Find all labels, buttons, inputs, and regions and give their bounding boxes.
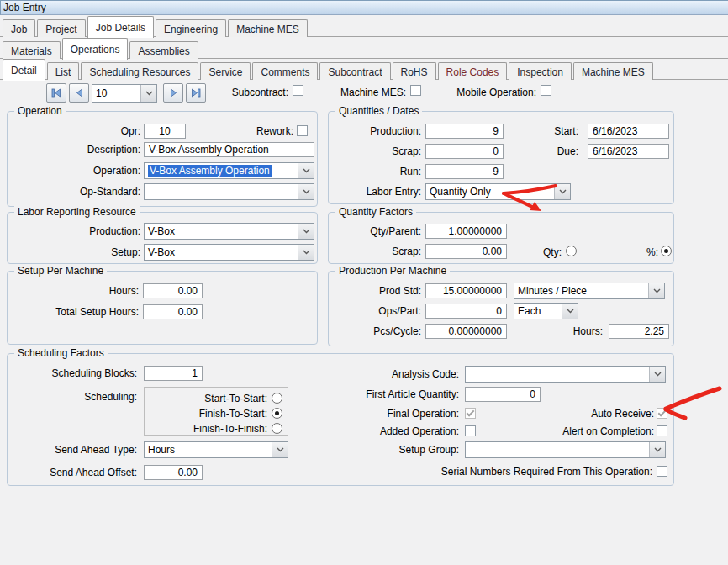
first-article-label: First Article Quantity: <box>291 387 459 402</box>
tab-machine-mes-sub[interactable]: Machine MES <box>573 62 653 80</box>
tab-detail[interactable]: Detail <box>3 59 45 81</box>
run-qty-field[interactable]: 9 <box>425 164 504 179</box>
mobile-operation-flag-checkbox[interactable] <box>541 85 551 96</box>
tab-scheduling-resources[interactable]: Scheduling Resources <box>81 62 198 80</box>
op-standard-combo[interactable] <box>144 183 314 200</box>
description-field[interactable]: V-Box Assembly Operation <box>144 142 314 157</box>
machine-hours-label: Hours: <box>522 324 603 339</box>
alert-on-completion-label: Alert on Completion: <box>486 424 654 439</box>
tabstrip-level1: Job Project Job Details Engineering Mach… <box>0 16 728 37</box>
qty-parent-field[interactable]: 1.00000000 <box>425 224 507 239</box>
tab-subcontract[interactable]: Subcontract <box>319 62 390 80</box>
operation-combo[interactable]: V-Box Assembly Operation <box>144 162 314 179</box>
start-to-start-radio[interactable] <box>272 393 282 404</box>
record-selector-value: 10 <box>92 85 140 102</box>
scrap-qty-field[interactable]: 0 <box>425 144 504 159</box>
final-operation-checkbox[interactable] <box>465 408 476 419</box>
auto-receive-checkbox[interactable] <box>657 408 667 419</box>
scheduling-blocks-field[interactable]: 1 <box>144 366 203 381</box>
analysis-code-combo[interactable] <box>465 366 666 383</box>
prod-std-unit-combo[interactable]: Minutes / Piece <box>514 282 665 299</box>
setup-hours-label: Hours: <box>8 283 139 298</box>
qty-radio[interactable] <box>566 246 577 256</box>
machine-mes-flag-checkbox[interactable] <box>410 85 421 96</box>
alert-on-completion-checkbox[interactable] <box>657 425 667 436</box>
labor-setup-combo[interactable]: V-Box <box>144 244 314 261</box>
subcontract-flag-checkbox[interactable] <box>293 85 303 96</box>
chevron-down-icon <box>653 288 661 293</box>
tabstrip-level3: Detail List Scheduling Resources Service… <box>0 60 728 80</box>
labor-entry-combo-dropdown-button[interactable] <box>554 184 570 199</box>
total-setup-hours-field[interactable]: 0.00 <box>143 304 203 319</box>
mobile-operation-flag-label: Mobile Operation: <box>435 85 536 100</box>
production-per-machine-group-title: Production Per Machine <box>335 265 450 277</box>
op-standard-combo-dropdown-button[interactable] <box>298 184 314 199</box>
auto-receive-label: Auto Receive: <box>486 406 654 421</box>
scheduling-factors-group: Scheduling Factors Scheduling Blocks: 1 … <box>7 353 674 486</box>
labor-setup-dropdown-button[interactable] <box>298 245 314 260</box>
production-qty-label: Production: <box>329 124 421 139</box>
scheduling-blocks-label: Scheduling Blocks: <box>8 366 137 381</box>
next-record-button[interactable] <box>163 83 183 103</box>
operation-combo-dropdown-button[interactable] <box>298 163 314 178</box>
setup-group-combo[interactable] <box>465 441 666 458</box>
last-record-button[interactable] <box>186 83 206 103</box>
serial-numbers-checkbox[interactable] <box>657 466 667 477</box>
analysis-code-dropdown-button[interactable] <box>649 367 665 382</box>
send-ahead-type-label: Send Ahead Type: <box>8 442 137 457</box>
send-ahead-type-dropdown-button[interactable] <box>272 442 288 457</box>
first-record-button[interactable] <box>46 83 66 103</box>
labor-setup-label: Setup: <box>8 245 140 260</box>
setup-group-dropdown-button[interactable] <box>649 442 665 457</box>
setup-hours-field[interactable]: 0.00 <box>143 283 203 298</box>
due-date-field[interactable]: 6/16/2023 <box>588 144 669 159</box>
labor-production-combo[interactable]: V-Box <box>144 223 314 240</box>
send-ahead-type-combo[interactable]: Hours <box>144 441 288 458</box>
tab-inspection[interactable]: Inspection <box>509 62 572 80</box>
ops-part-unit-combo[interactable]: Each <box>514 303 578 319</box>
tab-materials[interactable]: Materials <box>3 41 61 59</box>
rework-checkbox[interactable] <box>297 125 308 136</box>
record-selector[interactable]: 10 <box>92 84 157 103</box>
tab-job-details[interactable]: Job Details <box>87 16 154 38</box>
tab-role-codes[interactable]: Role Codes <box>438 62 508 80</box>
description-label: Description: <box>8 142 140 157</box>
production-qty-field[interactable]: 9 <box>425 124 504 139</box>
start-date-field[interactable]: 6/16/2023 <box>588 124 669 139</box>
chevron-down-icon <box>145 91 153 96</box>
finish-to-finish-radio[interactable] <box>272 423 282 434</box>
tab-list[interactable]: List <box>47 62 80 80</box>
tab-service[interactable]: Service <box>200 62 251 80</box>
pct-radio[interactable] <box>661 246 672 256</box>
prod-std-field[interactable]: 15.00000000 <box>425 283 507 298</box>
record-selector-dropdown-button[interactable] <box>140 85 156 102</box>
tab-operations[interactable]: Operations <box>62 38 129 60</box>
scheduling-label: Scheduling: <box>8 389 137 404</box>
production-per-machine-group: Production Per Machine Prod Std: 15.0000… <box>328 271 674 346</box>
machine-hours-field[interactable]: 2.25 <box>609 324 669 339</box>
first-article-field[interactable]: 0 <box>465 387 541 402</box>
tabstrip-level2: Materials Operations Assemblies <box>0 38 728 59</box>
added-operation-checkbox[interactable] <box>465 425 476 436</box>
ops-part-unit-dropdown-button[interactable] <box>562 304 578 319</box>
ops-part-field[interactable]: 0 <box>425 304 507 319</box>
send-ahead-offset-field[interactable]: 0.00 <box>144 465 203 480</box>
tab-machine-mes[interactable]: Machine MES <box>228 19 308 37</box>
tab-rohs[interactable]: RoHS <box>393 62 436 80</box>
send-ahead-offset-label: Send Ahead Offset: <box>8 465 137 480</box>
tab-comments[interactable]: Comments <box>252 62 318 80</box>
prod-std-label: Prod Std: <box>329 283 421 298</box>
labor-entry-combo[interactable]: Quantity Only <box>425 183 571 200</box>
finish-to-start-radio[interactable] <box>272 408 282 419</box>
next-record-icon <box>170 88 177 98</box>
tab-engineering[interactable]: Engineering <box>156 19 226 37</box>
tab-project[interactable]: Project <box>37 19 85 37</box>
tab-assemblies[interactable]: Assemblies <box>129 41 198 59</box>
prod-std-unit-dropdown-button[interactable] <box>648 283 664 298</box>
tab-job[interactable]: Job <box>3 19 35 37</box>
labor-production-dropdown-button[interactable] <box>298 224 314 239</box>
opr-field[interactable]: 10 <box>144 124 186 139</box>
chevron-down-icon <box>303 229 310 234</box>
previous-record-button[interactable] <box>69 83 89 103</box>
pcs-cycle-field[interactable]: 0.00000000 <box>425 324 507 339</box>
